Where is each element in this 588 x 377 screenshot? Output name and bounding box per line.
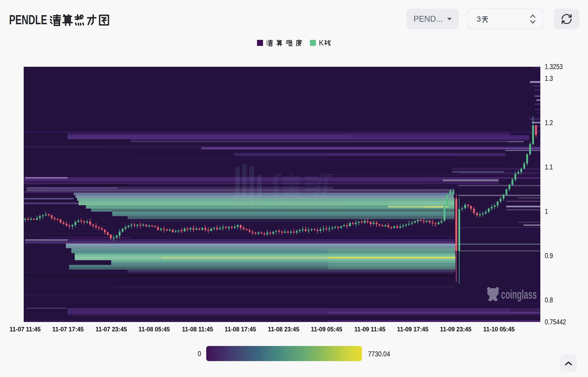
svg-text:BLOCKBEATS: BLOCKBEATS	[271, 200, 342, 210]
svg-text:coinglass: coinglass	[501, 288, 537, 301]
